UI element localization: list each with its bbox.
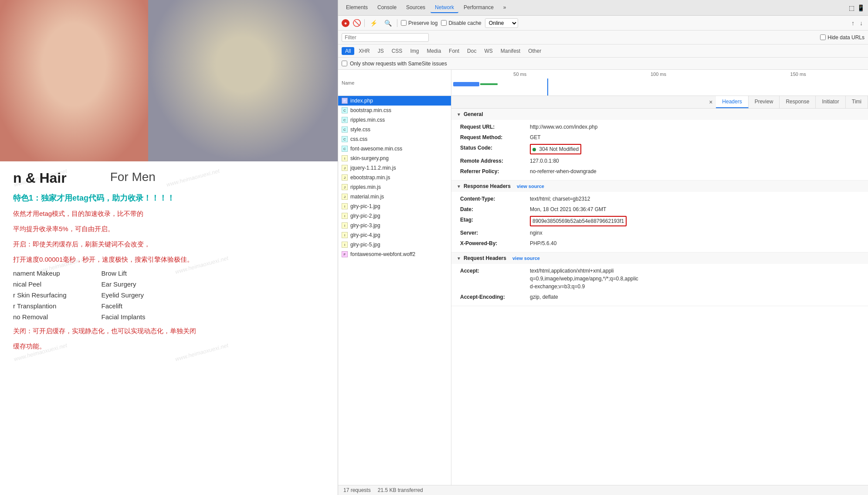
upload-arrow-button[interactable]: ↑ <box>850 19 856 27</box>
inspect-icon[interactable]: ⬚ <box>849 4 854 11</box>
webpage-red-text-6: 缓存功能。 <box>13 340 325 352</box>
type-btn-css[interactable]: CSS <box>388 47 406 55</box>
status-code-val: 304 Not Modified <box>530 144 581 154</box>
request-headers-section-header[interactable]: ▼ Request Headers view source <box>451 253 868 264</box>
preserve-log-label[interactable]: Preserve log <box>401 20 437 26</box>
service-item: no Removal <box>13 313 67 321</box>
main-content: Pindex.phpCbootstrap.min.cssCripples.min… <box>338 96 868 485</box>
file-list-item[interactable]: Jripples.min.js <box>338 182 451 192</box>
remote-address-val: 127.0.0.1:80 <box>530 157 559 165</box>
tab-performance[interactable]: Performance <box>459 3 498 13</box>
record-button[interactable]: ● <box>342 19 349 27</box>
file-list-item[interactable]: Jmaterial.min.js <box>338 192 451 201</box>
filter-icon-button[interactable]: ⚡ <box>368 19 379 27</box>
etag-row: Etag: 8909e3850569b52ab54e8879662193f1 <box>460 215 863 228</box>
date-key: Date: <box>460 205 530 213</box>
search-icon-button[interactable]: 🔍 <box>383 19 393 27</box>
file-list-item[interactable]: Jjquery-1.11.2.min.js <box>338 163 451 173</box>
file-list-item[interactable]: Iskin-surgery.png <box>338 154 451 163</box>
detail-tab-preview[interactable]: Preview <box>749 96 780 108</box>
request-url-row: Request URL: http://www.wo.com/index.php <box>460 122 863 132</box>
type-btn-manifest[interactable]: Manifest <box>497 47 524 55</box>
webpage-panel: www.heimaoxuexi.net www.heimaoxuexi.net … <box>0 0 338 495</box>
detail-tab-response[interactable]: Response <box>780 96 816 108</box>
file-name: ebootstrap.min.js <box>350 174 390 181</box>
file-list-item[interactable]: Ccss.css <box>338 134 451 144</box>
file-list-item[interactable]: Jebootstrap.min.js <box>338 173 451 182</box>
webpage-content: n & Hair For Men 特色1：独家才用etag代码，助力收录！！！！… <box>0 161 338 364</box>
file-list-item[interactable]: Cbootstrap.min.css <box>338 106 451 115</box>
file-list-item[interactable]: Ffontawesome-webfont.woff2 <box>338 249 451 259</box>
svg-point-5 <box>65 79 83 87</box>
tab-sources[interactable]: Sources <box>402 3 430 13</box>
tab-more[interactable]: » <box>499 3 511 13</box>
file-name: glry-pic-5.jpg <box>350 242 380 248</box>
accept-row: Accept: text/html,application/xhtml+xml,… <box>460 266 863 292</box>
tab-console[interactable]: Console <box>373 3 401 13</box>
file-name: glry-pic-3.jpg <box>350 222 380 229</box>
file-name: skin-surgery.png <box>350 155 389 161</box>
device-icon[interactable]: 📱 <box>857 4 865 11</box>
type-btn-img[interactable]: Img <box>407 47 422 55</box>
triangle-icon: ▼ <box>457 112 461 117</box>
file-icon-js: J <box>342 174 348 181</box>
file-list-item[interactable]: Cstyle.css <box>338 125 451 134</box>
timeline-bar: Name 50 ms 100 ms 150 ms <box>338 70 868 96</box>
hide-urls-label[interactable]: Hide data URLs <box>820 34 865 41</box>
close-button[interactable]: × <box>705 96 716 108</box>
request-headers-view-source[interactable]: view source <box>512 256 540 261</box>
disable-cache-checkbox[interactable] <box>441 20 447 26</box>
type-btn-doc[interactable]: Doc <box>464 47 480 55</box>
type-btn-other[interactable]: Other <box>525 47 545 55</box>
file-icon-css: C <box>342 136 348 142</box>
response-headers-section-header[interactable]: ▼ Response Headers view source <box>451 181 868 192</box>
disable-cache-label[interactable]: Disable cache <box>441 20 481 26</box>
tab-elements[interactable]: Elements <box>342 3 372 13</box>
detail-tab-timing[interactable]: Timi <box>846 96 868 108</box>
hide-urls-checkbox[interactable] <box>820 34 826 40</box>
detail-tab-initiator[interactable]: Initiator <box>816 96 845 108</box>
file-list-item[interactable]: Iglry-pic-5.jpg <box>338 240 451 249</box>
detail-tab-headers[interactable]: Headers <box>716 96 748 108</box>
webpage-red-text-1: 依然才用etag模式，目的加速收录，比不带的 <box>13 208 325 219</box>
svg-point-14 <box>287 59 297 70</box>
type-btn-ws[interactable]: WS <box>481 47 496 55</box>
date-val: Mon, 18 Oct 2021 06:36:47 GMT <box>530 205 606 213</box>
file-list-item[interactable]: Iglry-pic-3.jpg <box>338 221 451 230</box>
file-icon-font: F <box>342 251 348 257</box>
referrer-policy-val: no-referrer-when-downgrade <box>530 167 597 175</box>
type-btn-xhr[interactable]: XHR <box>355 47 373 55</box>
status-code-text: 304 Not Modified <box>539 146 579 152</box>
etag-key: Etag: <box>460 216 530 226</box>
request-method-key: Request Method: <box>460 133 530 141</box>
type-btn-font[interactable]: Font <box>445 47 463 55</box>
preserve-log-checkbox[interactable] <box>401 20 407 26</box>
etag-box: 8909e3850569b52ab54e8879662193f1 <box>530 216 627 226</box>
general-section-header[interactable]: ▼ General <box>451 109 868 120</box>
type-btn-all[interactable]: All <box>342 47 354 55</box>
clear-button[interactable]: 🚫 <box>353 19 361 27</box>
content-type-row: Content-Type: text/html; charset=gb2312 <box>460 194 863 204</box>
response-headers-view-source[interactable]: view source <box>517 184 544 189</box>
status-code-row: Status Code: 304 Not Modified <box>460 143 863 156</box>
throttle-select[interactable]: Online Fast 3G Slow 3G Offline <box>485 18 518 28</box>
file-list-item[interactable]: Cripples.min.css <box>338 115 451 125</box>
file-list-item[interactable]: Cfont-awesome.min.css <box>338 144 451 154</box>
request-url-key: Request URL: <box>460 123 530 131</box>
file-list-item[interactable]: Iglry-pic-1.jpg <box>338 201 451 211</box>
svg-rect-6 <box>0 0 148 161</box>
request-headers-section: ▼ Request Headers view source Accept: te… <box>451 253 868 306</box>
samesite-checkbox[interactable] <box>342 61 347 66</box>
file-name: bootstrap.min.css <box>350 107 391 113</box>
tab-network[interactable]: Network <box>431 3 458 13</box>
download-arrow-button[interactable]: ↓ <box>858 19 865 27</box>
type-btn-js[interactable]: JS <box>374 47 387 55</box>
file-name: style.css <box>350 126 370 133</box>
svg-point-4 <box>85 58 98 65</box>
filter-input[interactable] <box>342 33 429 42</box>
request-method-val: GET <box>530 133 541 141</box>
file-list-item[interactable]: Iglry-pic-2.jpg <box>338 211 451 221</box>
file-list-item[interactable]: Iglry-pic-4.jpg <box>338 230 451 240</box>
type-btn-media[interactable]: Media <box>423 47 444 55</box>
file-list-item[interactable]: Pindex.php <box>338 96 451 106</box>
